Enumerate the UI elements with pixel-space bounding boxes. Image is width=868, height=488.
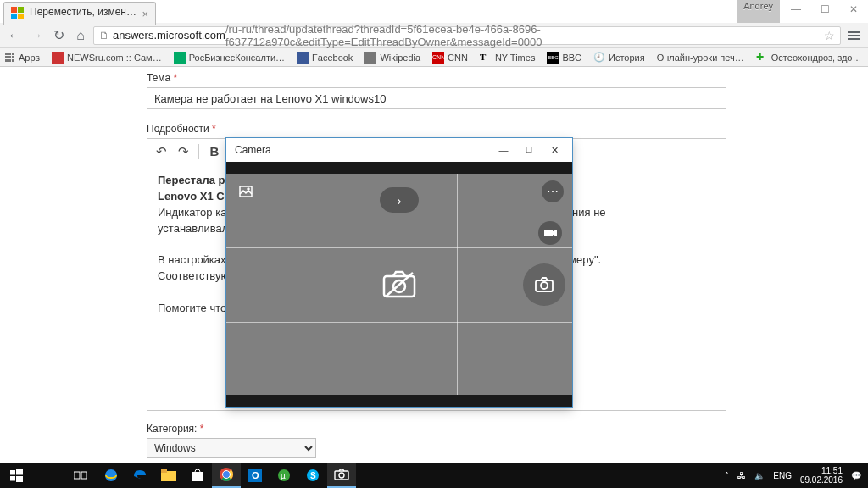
start-button[interactable] [0, 463, 32, 488]
taskbar-skype[interactable]: S [298, 463, 327, 488]
tray-notifications-icon[interactable]: 💬 [851, 471, 861, 480]
camera-app-window: Camera — ☐ ✕ › ⋯ [226, 138, 572, 407]
window-minimize-button[interactable]: — [782, 0, 810, 19]
gallery-button[interactable] [235, 180, 257, 202]
svg-point-21 [223, 471, 230, 478]
system-tray[interactable]: ˄ 🖧 🔈 ENG 11:51 09.02.2016 💬 [718, 466, 868, 485]
leaf-icon: ✚ [756, 52, 768, 64]
bookmarks-bar: Apps NEWSru.com :: Сам… РосБизнесКонсалт… [0, 48, 868, 67]
apps-grid-icon [5, 53, 15, 63]
svg-rect-5 [544, 230, 553, 236]
svg-rect-8 [10, 470, 15, 475]
task-view-button[interactable] [64, 463, 97, 488]
clock-icon: 🕘 [593, 52, 605, 64]
tab-title: Переместить, изменить и … [30, 6, 142, 18]
url-host: answers.microsoft.com [113, 29, 225, 42]
taskbar-camera[interactable] [327, 463, 356, 488]
reload-button[interactable]: ↻ [49, 26, 68, 45]
camera-titlebar[interactable]: Camera — ☐ ✕ [226, 138, 572, 162]
tray-clock[interactable]: 11:51 09.02.2016 [800, 466, 843, 485]
svg-rect-9 [16, 469, 23, 475]
bookmark-item[interactable]: Онлайн-уроки печ… [657, 53, 744, 63]
browser-tab[interactable]: Переместить, изменить и … × [3, 2, 156, 25]
home-button[interactable]: ⌂ [71, 26, 90, 45]
window-close-button[interactable]: ✕ [839, 0, 868, 19]
svg-rect-12 [74, 472, 80, 479]
svg-point-30 [339, 473, 344, 478]
category-label: Категория: * [147, 423, 726, 435]
shutter-button[interactable] [523, 263, 565, 306]
apps-button[interactable]: Apps [5, 53, 40, 63]
favicon [174, 52, 186, 64]
taskbar-edge[interactable] [125, 463, 154, 488]
svg-rect-16 [161, 469, 167, 473]
chrome-menu-button[interactable] [844, 26, 863, 45]
theme-input[interactable] [147, 87, 726, 109]
tray-network-icon[interactable]: 🖧 [737, 471, 746, 480]
more-options-button[interactable]: ⋯ [542, 180, 564, 202]
bbc-icon: BBC [547, 52, 559, 64]
tray-chevron-icon[interactable]: ˄ [725, 471, 729, 480]
taskbar-outlook[interactable]: O [241, 463, 270, 488]
tray-lang[interactable]: ENG [773, 471, 792, 480]
category-select[interactable]: Windows [147, 438, 316, 458]
svg-point-4 [248, 188, 249, 190]
bookmark-item[interactable]: РосБизнесКонсалти… [174, 52, 285, 64]
favicon [52, 52, 64, 64]
camera-maximize-button[interactable]: ☐ [516, 141, 542, 159]
ms-favicon [11, 7, 25, 20]
taskbar-chrome[interactable] [212, 463, 241, 488]
bookmark-star-icon[interactable]: ☆ [824, 29, 835, 42]
taskbar-ie[interactable] [97, 463, 125, 488]
next-button[interactable]: › [380, 187, 419, 213]
svg-rect-10 [10, 476, 15, 481]
facebook-icon [297, 52, 309, 64]
theme-label: Тема * [147, 72, 726, 84]
cortana-button[interactable] [32, 463, 64, 488]
wikipedia-icon [364, 52, 376, 64]
bold-button[interactable]: B [206, 143, 223, 160]
nyt-icon: T [480, 52, 492, 64]
svg-rect-13 [81, 472, 87, 479]
bookmark-item[interactable]: CNNCNN [432, 52, 468, 64]
bookmark-item[interactable]: ✚Остеохондроз, здо… [756, 52, 862, 64]
bookmark-item[interactable]: 🕘История [593, 52, 645, 64]
tab-close-icon[interactable]: × [142, 8, 148, 20]
svg-text:µ: µ [281, 471, 286, 480]
bookmark-item[interactable]: BBCBBC [547, 52, 581, 64]
url-path: /ru-ru/thread/updatethread?threadId=5f61… [225, 23, 821, 48]
svg-rect-17 [192, 472, 203, 481]
forward-button[interactable]: → [27, 26, 46, 45]
svg-point-14 [105, 469, 117, 481]
tray-volume-icon[interactable]: 🔈 [754, 471, 765, 480]
taskbar-utorrent[interactable]: µ [270, 463, 298, 488]
svg-rect-11 [16, 476, 23, 482]
taskbar-explorer[interactable] [154, 463, 183, 488]
camera-title: Camera [235, 144, 491, 156]
page-icon: 🗋 [99, 30, 109, 42]
camera-viewport: › ⋯ [226, 162, 572, 407]
windows-taskbar: O µ S ˄ 🖧 🔈 ENG 11:51 09.02.2016 💬 [0, 463, 868, 488]
window-maximize-button[interactable]: ☐ [810, 0, 839, 19]
bookmark-item[interactable]: TNY Times [480, 52, 535, 64]
chrome-titlebar: Переместить, изменить и … × Andrey — ☐ ✕ [0, 0, 868, 23]
bookmark-item[interactable]: NEWSru.com :: Сам… [52, 52, 162, 64]
chrome-toolbar: ← → ↻ ⌂ 🗋 answers.microsoft.com/ru-ru/th… [0, 23, 868, 48]
camera-minimize-button[interactable]: — [491, 141, 516, 159]
bookmark-item[interactable]: Wikipedia [364, 52, 420, 64]
undo-button[interactable]: ↶ [153, 143, 170, 160]
redo-button[interactable]: ↷ [175, 143, 192, 160]
camera-close-button[interactable]: ✕ [542, 141, 567, 159]
video-mode-button[interactable] [538, 221, 562, 245]
bookmark-item[interactable]: Facebook [297, 52, 353, 64]
svg-point-7 [541, 282, 548, 289]
svg-text:O: O [252, 470, 259, 480]
back-button[interactable]: ← [5, 26, 24, 45]
chrome-user-badge[interactable]: Andrey [737, 0, 780, 23]
camera-disabled-icon [381, 269, 418, 300]
taskbar-store[interactable] [183, 463, 212, 488]
details-label: Подробности * [147, 123, 726, 135]
address-bar[interactable]: 🗋 answers.microsoft.com/ru-ru/thread/upd… [93, 26, 841, 45]
cnn-icon: CNN [432, 52, 444, 64]
svg-text:S: S [310, 471, 316, 480]
